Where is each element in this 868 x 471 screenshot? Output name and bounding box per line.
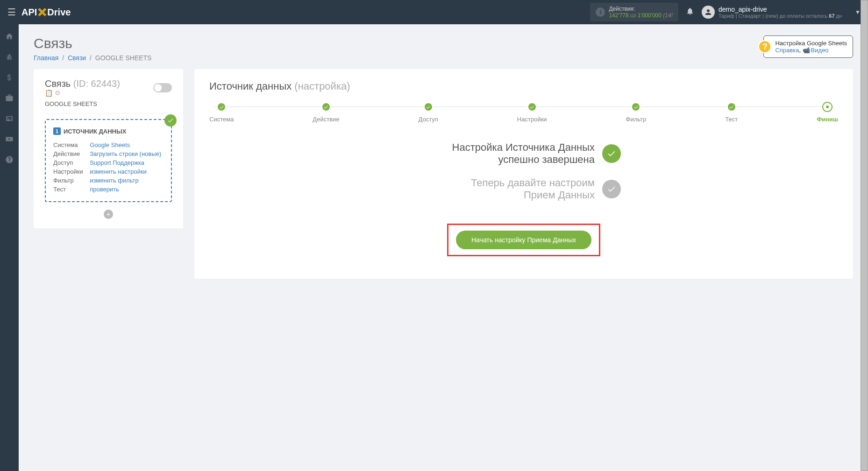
logo-text-2: Drive xyxy=(47,7,71,18)
breadcrumb-current: GOOGLE SHEETS xyxy=(95,54,152,62)
hierarchy-icon[interactable] xyxy=(5,52,14,62)
status-area: Настройка Источника Данных успешно завер… xyxy=(209,141,838,256)
source-row: Настройкиизменить настройки xyxy=(53,167,164,176)
step-action[interactable]: Действие xyxy=(313,102,339,123)
user-name: demo_apix-drive xyxy=(719,6,842,13)
help-title: Настройка Google Sheets xyxy=(775,40,847,47)
logo[interactable]: API Drive xyxy=(21,7,71,18)
connection-toggle[interactable] xyxy=(153,83,172,92)
source-system-link[interactable]: Google Sheets xyxy=(90,141,130,148)
source-settings-link[interactable]: изменить настройки xyxy=(90,168,147,175)
main-content: Связь Главная / Связи / GOOGLE SHEETS ? … xyxy=(19,24,868,290)
source-rows: СистемаGoogle Sheets ДействиеЗагрузить с… xyxy=(53,141,164,194)
gear-icon[interactable]: ⚙ xyxy=(55,89,61,97)
topbar: ☰ API Drive i Действия: 142'778 из 1'000… xyxy=(0,0,868,24)
logo-x-icon xyxy=(38,8,46,16)
step-settings[interactable]: Настройки xyxy=(517,102,547,123)
status-complete: Настройка Источника Данных успешно завер… xyxy=(427,141,621,166)
check-icon-pending xyxy=(602,180,621,198)
add-button[interactable]: + xyxy=(104,210,113,219)
cta-highlight: Начать настройку Приема Данных xyxy=(447,224,600,256)
video-link[interactable]: 📹Видео xyxy=(803,47,829,54)
source-row: ДоступSupport Поддержка xyxy=(53,158,164,167)
right-panel: Источник данных (настройка) Система Дейс… xyxy=(194,69,853,279)
source-test-link[interactable]: проверить xyxy=(90,186,119,193)
right-heading: Источник данных (настройка) xyxy=(209,80,838,92)
status-next: Теперь давайте настроим Прием Данных xyxy=(427,177,621,201)
help-box: ? Настройка Google Sheets Справка, 📹Виде… xyxy=(763,35,853,58)
source-filter-link[interactable]: изменить фильтр xyxy=(90,177,139,184)
help-link[interactable]: Справка xyxy=(775,47,799,54)
home-icon[interactable] xyxy=(5,32,14,41)
content-area: Связь (ID: 62443) 📋 ⚙ GOOGLE SHEETS 1 ИС… xyxy=(34,69,853,279)
step-test[interactable]: Тест xyxy=(725,102,738,123)
sidebar xyxy=(0,24,19,290)
source-row: СистемаGoogle Sheets xyxy=(53,141,164,149)
breadcrumb-home[interactable]: Главная xyxy=(34,54,58,62)
check-icon xyxy=(602,144,621,163)
page-header: Связь Главная / Связи / GOOGLE SHEETS ? … xyxy=(34,35,853,62)
step-filter[interactable]: Фильтр xyxy=(626,102,647,123)
user-menu[interactable]: demo_apix-drive Тариф | Стандарт | (new)… xyxy=(702,6,861,19)
dollar-icon[interactable] xyxy=(5,73,14,82)
step-system[interactable]: Система xyxy=(209,102,234,123)
source-row: ДействиеЗагрузить строки (новые) xyxy=(53,149,164,158)
video-icon: 📹 xyxy=(803,47,810,54)
user-tariff: Тариф | Стандарт | (new) до оплаты остал… xyxy=(719,13,842,19)
connection-title: Связь (ID: 62443) 📋 ⚙ xyxy=(45,78,120,97)
source-action-link[interactable]: Загрузить строки (новые) xyxy=(90,150,161,157)
id-card-icon[interactable] xyxy=(5,114,14,123)
topbar-right: i Действия: 142'778 из 1'000'000 (14! de… xyxy=(590,3,861,21)
breadcrumb-links[interactable]: Связи xyxy=(68,54,86,62)
hamburger-menu-icon[interactable]: ☰ xyxy=(7,7,16,18)
left-panel: Связь (ID: 62443) 📋 ⚙ GOOGLE SHEETS 1 ИС… xyxy=(34,69,183,228)
briefcase-icon[interactable] xyxy=(5,93,14,103)
actions-numbers: 142'778 из 1'000'000 (14! xyxy=(609,12,673,19)
avatar-icon xyxy=(702,6,715,19)
stepper: Система Действие Доступ Настройки Фильтр… xyxy=(209,102,838,123)
help-icon[interactable] xyxy=(5,155,14,164)
source-card-title: 1 ИСТОЧНИК ДАННЫХ xyxy=(53,127,164,135)
source-number: 1 xyxy=(53,127,61,135)
source-row: Фильтризменить фильтр xyxy=(53,176,164,185)
source-access-link[interactable]: Support Поддержка xyxy=(90,159,144,166)
chevron-down-icon: ▼ xyxy=(855,9,861,15)
source-card: 1 ИСТОЧНИК ДАННЫХ СистемаGoogle Sheets Д… xyxy=(45,119,172,202)
actions-counter[interactable]: i Действия: 142'778 из 1'000'000 (14! xyxy=(590,3,678,21)
page-title: Связь xyxy=(34,35,151,51)
connection-subtitle: GOOGLE SHEETS xyxy=(45,100,172,113)
step-finish[interactable]: Финиш xyxy=(817,102,838,123)
status-complete-text: Настройка Источника Данных успешно завер… xyxy=(427,141,595,166)
scrollbar[interactable] xyxy=(861,0,868,290)
actions-label: Действия: xyxy=(609,6,673,12)
notifications-bell-icon[interactable] xyxy=(686,7,694,18)
youtube-icon[interactable] xyxy=(5,134,14,144)
question-mark-icon: ? xyxy=(758,40,771,53)
copy-icon[interactable]: 📋 xyxy=(45,89,53,97)
step-access[interactable]: Доступ xyxy=(419,102,438,123)
info-icon: i xyxy=(596,7,605,17)
scrollbar-thumb[interactable] xyxy=(861,0,868,290)
check-badge-icon xyxy=(164,114,177,127)
breadcrumbs: Главная / Связи / GOOGLE SHEETS xyxy=(34,54,151,62)
status-next-text: Теперь давайте настроим Прием Данных xyxy=(427,177,595,201)
logo-text-1: API xyxy=(21,7,37,18)
start-receiver-setup-button[interactable]: Начать настройку Приема Данных xyxy=(456,231,591,249)
source-row: Тестпроверить xyxy=(53,185,164,194)
